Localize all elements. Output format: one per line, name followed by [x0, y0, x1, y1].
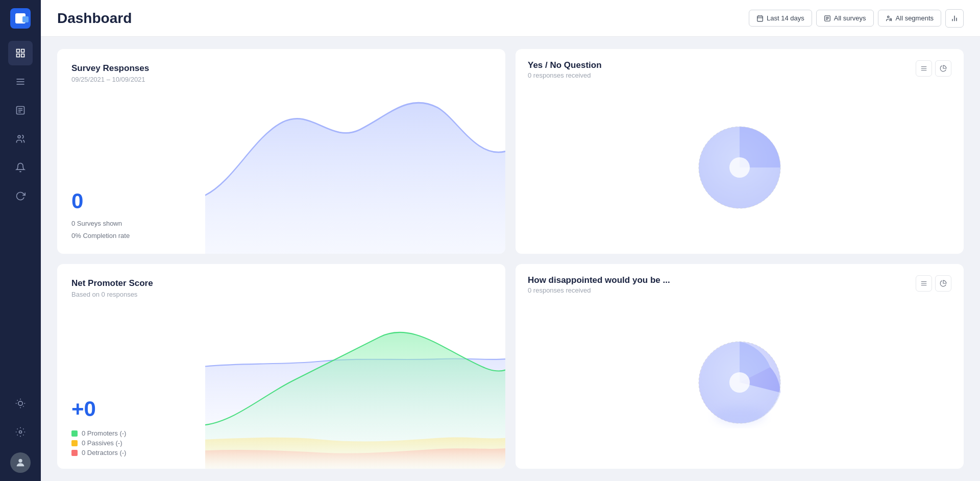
- survey-responses-title: Survey Responses: [71, 63, 191, 74]
- nps-title: Net Promoter Score: [71, 278, 191, 288]
- nps-chart: [205, 264, 505, 469]
- survey-responses-count: 0: [71, 189, 191, 213]
- sidebar: [0, 0, 41, 481]
- passives-label: 0 Passives (-): [82, 439, 122, 447]
- svg-point-38: [729, 157, 750, 178]
- svg-line-15: [17, 400, 18, 401]
- disappointed-list-button[interactable]: [916, 275, 932, 292]
- surveys-button[interactable]: All surveys: [816, 10, 874, 27]
- list-icon-2: [920, 280, 927, 287]
- pie-chart-icon: [940, 65, 947, 72]
- yes-no-list-button[interactable]: [916, 60, 932, 77]
- page-title: Dashboard: [57, 10, 749, 27]
- nps-left: Net Promoter Score Based on 0 responses …: [57, 264, 205, 469]
- nps-passives-item: 0 Passives (-): [71, 439, 191, 447]
- yes-no-chart-area: [516, 85, 964, 254]
- segments-icon: [886, 15, 893, 22]
- svg-point-29: [887, 16, 889, 17]
- svg-rect-2: [17, 54, 20, 57]
- yes-no-chart-button[interactable]: [935, 60, 951, 77]
- promoters-dot: [71, 430, 78, 437]
- dashboard-content: Survey Responses 09/25/2021 – 10/09/2021…: [41, 37, 980, 481]
- header: Dashboard Last 14 days All surveys All: [41, 0, 980, 37]
- analytics-button[interactable]: [945, 9, 964, 28]
- detractors-dot: [71, 450, 78, 456]
- yes-no-title: Yes / No Question: [528, 60, 602, 70]
- disappointed-title: How disappointed would you be ...: [528, 275, 670, 285]
- nps-promoters-item: 0 Promoters (-): [71, 429, 191, 437]
- app-logo[interactable]: [10, 8, 31, 29]
- svg-point-12: [18, 401, 22, 405]
- nps-score: 0: [71, 397, 191, 421]
- svg-point-44: [729, 372, 750, 393]
- yes-no-title-group: Yes / No Question 0 responses received: [528, 60, 602, 79]
- disappointed-chart-button[interactable]: [935, 275, 951, 292]
- yes-no-card: Yes / No Question 0 responses received: [516, 49, 964, 254]
- sidebar-item-settings[interactable]: [8, 420, 33, 444]
- user-avatar[interactable]: [10, 452, 31, 473]
- list-icon: [920, 65, 927, 72]
- promoters-label: 0 Promoters (-): [82, 429, 126, 437]
- nps-card: Net Promoter Score Based on 0 responses …: [57, 264, 505, 469]
- svg-point-11: [18, 135, 20, 138]
- survey-responses-chart: [205, 49, 505, 254]
- svg-point-20: [18, 459, 22, 463]
- main-content: Dashboard Last 14 days All surveys All: [41, 0, 980, 481]
- segments-button[interactable]: All segments: [878, 10, 941, 27]
- svg-rect-21: [757, 16, 763, 21]
- yes-no-subtitle: 0 responses received: [528, 71, 602, 79]
- sidebar-item-notifications[interactable]: [8, 155, 33, 180]
- passives-dot: [71, 440, 78, 446]
- sidebar-item-dashboard[interactable]: [8, 41, 33, 65]
- sidebar-item-refresh[interactable]: [8, 184, 33, 208]
- survey-responses-card: Survey Responses 09/25/2021 – 10/09/2021…: [57, 49, 505, 254]
- survey-area-chart: [205, 49, 505, 254]
- pie-chart-icon-2: [940, 280, 947, 287]
- svg-point-19: [19, 431, 22, 434]
- survey-responses-left: Survey Responses 09/25/2021 – 10/09/2021…: [57, 49, 205, 254]
- nps-area-chart: [205, 264, 505, 469]
- nps-detractors-item: 0 Detractors (-): [71, 449, 191, 456]
- sidebar-item-reports[interactable]: [8, 98, 33, 123]
- sidebar-item-menu[interactable]: [8, 69, 33, 94]
- bar-chart-icon: [950, 14, 959, 22]
- svg-point-46: [714, 406, 765, 425]
- survey-responses-stats: 0 Surveys shown 0% Completion rate: [71, 218, 191, 242]
- nps-subtitle: Based on 0 responses: [71, 291, 191, 298]
- calendar-icon: [756, 15, 764, 22]
- date-range-button[interactable]: Last 14 days: [749, 10, 812, 27]
- yes-no-pie-chart: [694, 122, 786, 213]
- svg-line-16: [23, 406, 23, 406]
- surveys-icon: [824, 15, 831, 22]
- nps-legend: 0 Promoters (-) 0 Passives (-) 0 Detract…: [71, 429, 191, 456]
- survey-responses-date: 09/25/2021 – 10/09/2021: [71, 76, 191, 83]
- svg-rect-3: [21, 54, 24, 57]
- detractors-label: 0 Detractors (-): [82, 449, 126, 456]
- yes-no-actions: [916, 60, 951, 77]
- disappointed-header: How disappointed would you be ... 0 resp…: [516, 264, 964, 300]
- svg-rect-1: [21, 50, 24, 53]
- svg-rect-0: [17, 50, 20, 53]
- disappointed-chart-area: [516, 300, 964, 469]
- sidebar-item-lightbulb[interactable]: [8, 391, 33, 416]
- disappointed-title-group: How disappointed would you be ... 0 resp…: [528, 275, 670, 294]
- disappointed-card: How disappointed would you be ... 0 resp…: [516, 264, 964, 469]
- disappointed-actions: [916, 275, 951, 292]
- yes-no-header: Yes / No Question 0 responses received: [516, 49, 964, 85]
- disappointed-pie-chart: [694, 336, 786, 428]
- sidebar-item-users[interactable]: [8, 127, 33, 151]
- disappointed-subtitle: 0 responses received: [528, 286, 670, 294]
- header-controls: Last 14 days All surveys All segments: [749, 9, 964, 28]
